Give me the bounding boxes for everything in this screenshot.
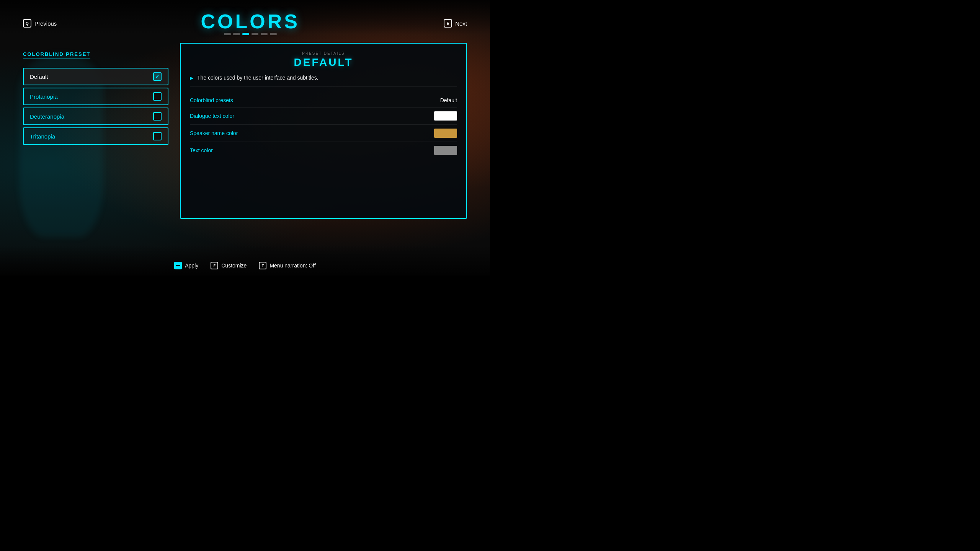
customize-label: Customize [221,262,247,269]
dot-6 [270,33,277,35]
text-color-swatch[interactable] [434,146,457,155]
preset-default-checkbox [153,72,162,81]
preset-default-label: Default [30,73,48,80]
right-panel: PRESET DETAILS DEFAULT ▶ The colors used… [180,43,467,219]
customize-button[interactable]: F Customize [211,262,247,269]
page-title: COLORS [201,11,300,31]
preset-protanopia-checkbox [153,92,162,101]
footer: Apply F Customize T Menu narration: Off [0,256,490,276]
setting-text-color[interactable]: Text color [190,142,457,159]
panel-description: ▶ The colors used by the user interface … [190,75,457,86]
preset-tritanopia-checkbox [153,132,162,140]
next-key-icon: E [444,19,452,28]
narration-button[interactable]: T Menu narration: Off [259,262,315,269]
dot-1 [224,33,231,35]
preset-tritanopia-label: Tritanopia [30,133,55,140]
preset-protanopia-label: Protanopia [30,93,58,100]
speaker-name-color-label: Speaker name color [190,130,238,136]
apply-key-icon [174,262,182,269]
dialogue-text-color-label: Dialogue text color [190,113,234,119]
setting-dialogue-text-color[interactable]: Dialogue text color [190,108,457,125]
previous-key-icon: Q [23,19,31,28]
section-label: COLORBLIND PRESET [23,51,90,59]
preset-deuteranopia-label: Deuteranopia [30,113,64,120]
setting-colorblind-presets: Colorblind presets Default [190,93,457,108]
svg-rect-0 [176,265,180,266]
text-color-label: Text color [190,147,213,153]
triangle-icon: ▶ [190,75,193,81]
preset-tritanopia[interactable]: Tritanopia [23,127,168,145]
apply-label: Apply [185,262,198,269]
colorblind-presets-label: Colorblind presets [190,97,233,103]
dot-2 [233,33,240,35]
ui-container: Q Previous COLORS E Next COLORB [0,0,490,276]
narration-label: Menu narration: Off [270,262,315,269]
preset-default[interactable]: Default [23,68,168,85]
speaker-name-color-swatch[interactable] [434,129,457,138]
customize-key-icon: F [211,262,218,269]
next-button[interactable]: E Next [444,19,467,28]
preset-list: Default Protanopia Deuteranopia Tritanop… [23,68,168,145]
left-panel: COLORBLIND PRESET Default Protanopia Deu… [23,43,168,256]
dialogue-text-color-swatch[interactable] [434,111,457,121]
colorblind-presets-value: Default [440,97,457,103]
narration-key-icon: T [259,262,266,269]
header: Q Previous COLORS E Next [0,0,490,39]
previous-button[interactable]: Q Previous [23,19,57,28]
preset-deuteranopia[interactable]: Deuteranopia [23,108,168,125]
settings-list: Colorblind presets Default Dialogue text… [190,93,457,159]
preset-deuteranopia-checkbox [153,112,162,121]
setting-speaker-name-color[interactable]: Speaker name color [190,125,457,142]
dot-4 [252,33,258,35]
apply-button[interactable]: Apply [174,262,198,269]
panel-description-text: The colors used by the user interface an… [197,75,318,81]
pagination [224,33,277,35]
next-label: Next [455,20,467,27]
panel-subtitle: PRESET DETAILS [190,51,457,55]
preset-protanopia[interactable]: Protanopia [23,88,168,105]
content-area: COLORBLIND PRESET Default Protanopia Deu… [0,39,490,256]
panel-title: DEFAULT [190,56,457,68]
previous-label: Previous [34,20,57,27]
title-group: COLORS [201,11,300,35]
dot-5 [261,33,268,35]
dot-3 [242,33,249,35]
